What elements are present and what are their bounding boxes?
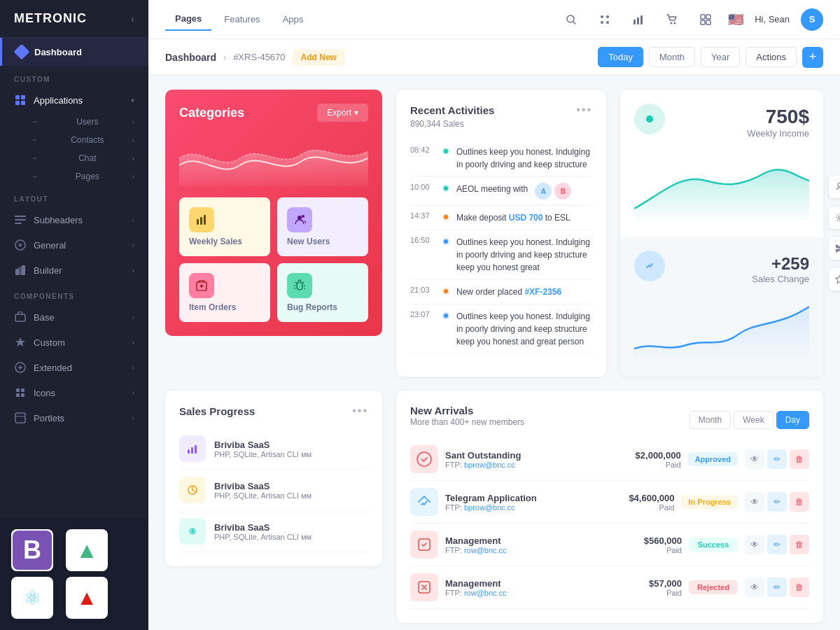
- svg-point-22: [601, 21, 603, 24]
- action-edit-1[interactable]: ✏: [767, 492, 787, 512]
- sidebar-item-extended[interactable]: Extended ›: [0, 355, 148, 380]
- sidebar-item-builder[interactable]: Builder ›: [0, 258, 148, 283]
- bottom-logos-area: B ▲ ⚛ ▲: [0, 518, 148, 630]
- activity-item-1437: 14:37 Make deposit USD 700 to ESL: [410, 206, 592, 230]
- svg-rect-26: [640, 15, 643, 24]
- svg-rect-45: [195, 445, 197, 454]
- svg-rect-6: [15, 223, 22, 224]
- tile-new-users[interactable]: New Users: [277, 197, 368, 256]
- activities-title: Recent Activities: [410, 104, 494, 116]
- sidebar-sub-users[interactable]: Users ›: [0, 113, 148, 131]
- tile-bug-reports[interactable]: Bug Reports: [277, 263, 368, 322]
- action-edit-0[interactable]: ✏: [767, 449, 787, 469]
- action-delete-1[interactable]: 🗑: [790, 492, 809, 512]
- svg-rect-4: [15, 216, 26, 217]
- activity-dot: [442, 148, 449, 155]
- arrivals-sub: More than 400+ new members: [410, 417, 524, 427]
- action-edit-3[interactable]: ✏: [767, 578, 787, 597]
- main-area: Pages Features Apps 🇺🇸 Hi, Sean S: [148, 0, 840, 630]
- sidebar-item-icons[interactable]: Icons ›: [0, 380, 148, 405]
- svg-point-47: [417, 452, 431, 466]
- add-new-button[interactable]: Add New: [293, 49, 345, 66]
- nav-tabs: Pages Features Apps: [165, 8, 313, 31]
- categories-section: Categories Export ▾: [165, 90, 382, 377]
- vue-logo: ▲: [66, 529, 108, 571]
- tab-month[interactable]: Month: [690, 411, 731, 429]
- month-button[interactable]: Month: [649, 47, 695, 67]
- apps-grid-icon[interactable]: [594, 8, 616, 31]
- activity-dot: [442, 238, 449, 245]
- svg-point-36: [298, 216, 302, 220]
- sidebar-item-general[interactable]: General ›: [0, 232, 148, 258]
- actions-button[interactable]: Actions: [746, 47, 797, 67]
- activity-item-2307: 23:07 Outlines keep you honest. Indulgin…: [410, 304, 592, 354]
- search-icon[interactable]: [560, 8, 582, 31]
- activity-dot: [442, 214, 449, 220]
- add-button[interactable]: +: [802, 47, 823, 68]
- tab-day[interactable]: Day: [776, 411, 809, 429]
- svg-rect-0: [15, 95, 20, 99]
- dashboard-label: Dashboard: [34, 47, 82, 57]
- sidebar-item-subheaders[interactable]: Subheaders ›: [0, 207, 148, 232]
- svg-rect-34: [200, 217, 202, 225]
- arrival-info-0: Sant Outstanding FTP: bprow@bnc.cc: [445, 450, 521, 469]
- layout-grid-icon[interactable]: [694, 8, 717, 31]
- activity-item-2103: 21:03 New order placed #XF-2356: [410, 280, 592, 304]
- sidebar-item-base[interactable]: Base ›: [0, 304, 148, 330]
- brand-name: METRONIC: [14, 11, 87, 26]
- arrival-row-1: Telegram Application FTP: bprow@bnc.cc $…: [410, 481, 809, 524]
- sidebar-item-applications[interactable]: Applications ▾: [0, 88, 148, 113]
- svg-rect-11: [19, 267, 22, 275]
- tab-pages[interactable]: Pages: [165, 8, 211, 31]
- sidebar-sub-contacts[interactable]: Contacts ›: [0, 131, 148, 149]
- categories-title: Categories: [179, 106, 244, 120]
- send-icon[interactable]: [829, 237, 840, 260]
- sidebar-item-dashboard[interactable]: Dashboard: [0, 38, 148, 66]
- tile-item-orders[interactable]: Item Orders: [179, 263, 270, 322]
- subheader-actions: Today Month Year Actions +: [598, 47, 823, 68]
- tab-week[interactable]: Week: [734, 411, 773, 429]
- settings-icon[interactable]: [829, 206, 840, 229]
- action-view-3[interactable]: 👁: [745, 578, 764, 597]
- action-delete-0[interactable]: 🗑: [790, 449, 809, 469]
- sales-progress-menu-icon[interactable]: •••: [352, 405, 368, 417]
- new-arrivals-card: New Arrivals More than 400+ new members …: [396, 391, 823, 623]
- user-avatar[interactable]: S: [801, 8, 823, 31]
- tab-apps[interactable]: Apps: [273, 8, 314, 30]
- activities-menu-icon[interactable]: •••: [576, 104, 592, 116]
- sidebar-item-custom[interactable]: Custom ›: [0, 330, 148, 355]
- activity-avatars: A B: [535, 183, 571, 200]
- sales-change-icon: [634, 251, 665, 281]
- cart-icon[interactable]: [661, 8, 683, 31]
- sidebar-item-portlets[interactable]: Portlets ›: [0, 405, 148, 430]
- sidebar-sub-chat[interactable]: Chat ›: [0, 149, 148, 167]
- arrival-icon-1: [410, 488, 438, 516]
- tile-weekly-sales[interactable]: Weekly Sales: [179, 197, 270, 256]
- tab-features[interactable]: Features: [214, 8, 270, 30]
- sales-item-info-1: Briviba SaaS PHP, SQLite, Artisan CLI мм: [214, 481, 368, 500]
- arrival-actions-0: 👁 ✏ 🗑: [745, 449, 809, 469]
- export-button[interactable]: Export ▾: [317, 104, 368, 122]
- arrival-info-2: Management FTP: row@bnc.cc: [445, 536, 507, 554]
- action-delete-2[interactable]: 🗑: [790, 535, 809, 554]
- year-button[interactable]: Year: [701, 47, 740, 67]
- action-view-2[interactable]: 👁: [745, 535, 764, 554]
- subheader: Dashboard › #XRS-45670 Add New Today Mon…: [148, 39, 840, 76]
- chart-icon[interactable]: [627, 8, 650, 31]
- action-view-0[interactable]: 👁: [745, 449, 764, 469]
- action-delete-3[interactable]: 🗑: [790, 578, 809, 597]
- weekly-income-icon: [634, 104, 665, 134]
- action-view-1[interactable]: 👁: [745, 492, 764, 512]
- categories-card: Categories Export ▾: [165, 90, 382, 336]
- sales-icon-2: [179, 518, 206, 545]
- arrival-amount-2: $560,000 Paid: [644, 536, 682, 554]
- topnav-right: 🇺🇸 Hi, Sean S: [560, 8, 823, 31]
- sidebar-sub-pages[interactable]: Pages ›: [0, 167, 148, 186]
- sidebar-collapse-icon[interactable]: ‹: [131, 13, 134, 24]
- weekly-income-chart-area: [634, 146, 809, 223]
- today-button[interactable]: Today: [598, 47, 643, 67]
- action-edit-2[interactable]: ✏: [767, 535, 787, 554]
- arrivals-tabs: Month Week Day: [690, 411, 809, 429]
- notification-icon[interactable]: [829, 176, 840, 198]
- star-icon[interactable]: [829, 268, 840, 290]
